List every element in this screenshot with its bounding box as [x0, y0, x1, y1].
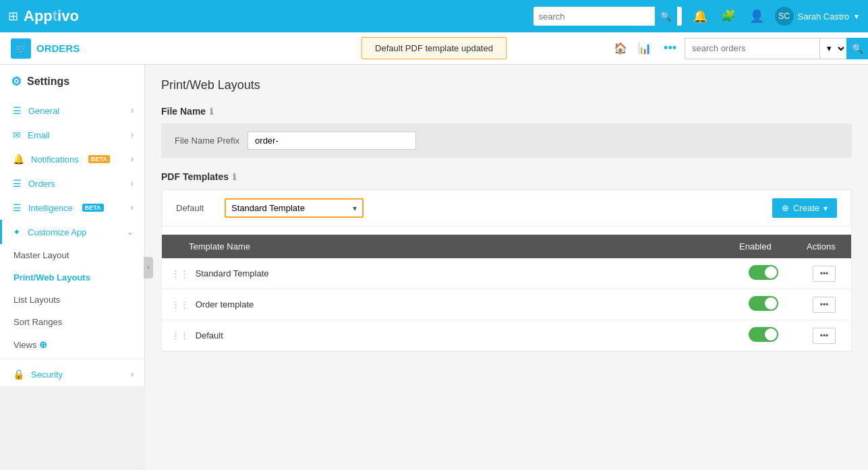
file-name-prefix-input[interactable] — [248, 131, 416, 150]
sidebar-item-orders-inner: ☰ Orders — [13, 178, 55, 189]
sidebar-item-general[interactable]: ☰ General › — [0, 98, 144, 123]
avatar: SC — [775, 7, 794, 26]
top-nav: ⊞ Apptivo 🔍 🔔 🧩 👤 SC Sarah Castro ▼ — [0, 0, 868, 32]
chart-icon-btn[interactable]: 📊 — [634, 38, 656, 59]
global-search-input[interactable] — [533, 8, 655, 25]
orders-box-icon: 🛒 — [16, 43, 27, 54]
template-enabled-cell — [730, 289, 797, 320]
sidebar-divider — [0, 359, 144, 359]
template-enabled-cell — [730, 320, 797, 351]
default-row: Default Standard Template Order template… — [162, 189, 851, 227]
toggle-switch[interactable] — [749, 327, 778, 342]
contacts-icon[interactable]: 🧩 — [718, 6, 739, 26]
sidebar-item-security[interactable]: 🔒 Security › — [0, 362, 144, 386]
sidebar-item-general-label: General — [28, 106, 59, 116]
notifications-beta-badge: BETA — [88, 155, 110, 163]
templates-table: Template Name Enabled Actions ⋮⋮ Standar… — [162, 235, 851, 351]
drag-handle-icon[interactable]: ⋮⋮ — [171, 268, 189, 278]
file-name-info-icon[interactable]: ℹ — [210, 107, 213, 117]
create-btn-label: Create — [793, 203, 819, 213]
orders-icon-box: 🛒 — [11, 38, 31, 59]
intelligence-beta-badge: BETA — [82, 204, 104, 212]
sidebar-wrapper: ⚙ Settings ☰ General › ✉ Email › — [0, 65, 145, 470]
sidebar-item-intelligence-label: Intelligence — [28, 203, 73, 213]
settings-header: ⚙ Settings — [0, 65, 144, 98]
more-options-btn[interactable]: ••• — [658, 38, 682, 58]
sidebar-item-email[interactable]: ✉ Email › — [0, 123, 144, 147]
home-icon-btn[interactable]: 🏠 — [610, 38, 631, 59]
pdf-templates-info-icon[interactable]: ℹ — [233, 172, 236, 182]
views-label: Views — [13, 340, 36, 350]
user-area[interactable]: SC Sarah Castro ▼ — [775, 7, 861, 26]
drag-handle-icon[interactable]: ⋮⋮ — [171, 299, 189, 310]
search-orders-btn[interactable]: 🔍 — [846, 38, 868, 59]
sidebar-item-customize-label: Customize App — [28, 227, 86, 237]
drag-handle-icon[interactable]: ⋮⋮ — [171, 330, 189, 341]
actions-menu-btn[interactable]: ••• — [813, 297, 836, 313]
customize-icon: ✦ — [13, 227, 21, 237]
general-icon: ☰ — [13, 105, 22, 116]
user-dropdown-icon[interactable]: ▼ — [853, 13, 860, 20]
sidebar-collapse-btn[interactable]: ‹ — [144, 257, 153, 278]
user-name: Sarah Castro — [798, 11, 850, 22]
intelligence-icon: ☰ — [13, 202, 22, 213]
notifications-icon: 🔔 — [13, 154, 24, 165]
col-name-label: Template Name — [189, 241, 250, 252]
sidebar-item-customize-inner: ✦ Customize App — [13, 227, 86, 237]
sidebar-item-general-inner: ☰ General — [13, 105, 59, 116]
sidebar-item-orders[interactable]: ☰ Orders › — [0, 171, 144, 196]
email-icon: ✉ — [13, 129, 21, 140]
notification-text: Default PDF template updated — [375, 43, 493, 53]
sidebar-item-views[interactable]: Views ⊕ — [0, 333, 144, 356]
search-orders-dropdown[interactable]: ▾ — [819, 38, 846, 59]
search-orders-input[interactable] — [685, 38, 819, 59]
col-actions: Actions — [797, 235, 851, 258]
template-name-cell: ⋮⋮ Standard Template — [162, 258, 730, 289]
orders-text: ORDERS — [36, 42, 80, 54]
settings-label: Settings — [27, 76, 69, 88]
pdf-templates-container: Default Standard Template Order template… — [161, 189, 852, 352]
orders-label: 🛒 ORDERS — [11, 38, 610, 59]
actions-menu-btn[interactable]: ••• — [813, 328, 836, 344]
user-icon[interactable]: 👤 — [747, 6, 767, 26]
create-btn[interactable]: ⊕ Create ▾ — [772, 198, 837, 218]
sidebar-item-intelligence[interactable]: ☰ Intelligence BETA › — [0, 196, 144, 220]
col-actions-label: Actions — [807, 241, 836, 252]
views-plus-icon[interactable]: ⊕ — [39, 339, 47, 350]
notifications-chevron: › — [131, 154, 134, 164]
file-name-title-text: File Name — [161, 106, 206, 117]
sidebar-item-master-layout[interactable]: Master Layout — [0, 244, 144, 266]
sidebar-item-list-layouts[interactable]: List Layouts — [0, 289, 144, 311]
file-name-section-title: File Name ℹ — [161, 106, 852, 117]
col-template-name: Template Name — [162, 235, 730, 258]
template-name-cell: ⋮⋮ Order template — [162, 289, 730, 320]
master-layout-label: Master Layout — [13, 250, 69, 260]
col-enabled: Enabled — [730, 235, 797, 258]
orders-sidebar-icon: ☰ — [13, 178, 22, 189]
template-enabled-cell — [730, 258, 797, 289]
sidebar-item-sort-ranges[interactable]: Sort Ranges — [0, 311, 144, 333]
sidebar: ⚙ Settings ☰ General › ✉ Email › — [0, 65, 145, 386]
actions-menu-btn[interactable]: ••• — [813, 266, 836, 282]
toggle-switch[interactable] — [749, 296, 778, 311]
file-name-prefix-label: File Name Prefix — [175, 136, 239, 146]
content-area: Print/Web Layouts File Name ℹ File Name … — [145, 65, 868, 470]
sidebar-item-intelligence-inner: ☰ Intelligence BETA — [13, 202, 104, 213]
template-name-text: Standard Template — [196, 268, 269, 278]
sidebar-item-notifications[interactable]: 🔔 Notifications BETA › — [0, 147, 144, 171]
apps-grid-icon[interactable]: ⊞ — [8, 9, 18, 24]
sidebar-item-customize-app[interactable]: ✦ Customize App ⌄ — [0, 220, 144, 244]
list-layouts-label: List Layouts — [13, 295, 60, 305]
template-actions-cell: ••• — [797, 320, 851, 351]
notification-banner: Default PDF template updated — [361, 37, 507, 59]
email-chevron: › — [131, 130, 134, 140]
toggle-switch[interactable] — [749, 265, 778, 280]
sidebar-item-print-web-layouts[interactable]: Print/Web Layouts — [0, 266, 144, 289]
default-select-wrapper: Standard Template Order template Default… — [225, 198, 364, 218]
notification-icon[interactable]: 🔔 — [690, 6, 710, 26]
table-row: ⋮⋮ Default ••• — [162, 320, 851, 351]
global-search-button[interactable]: 🔍 — [655, 7, 677, 26]
print-web-layouts-label: Print/Web Layouts — [13, 272, 90, 283]
logo-text: Apptivo — [24, 7, 79, 25]
default-select[interactable]: Standard Template Order template Default — [226, 200, 347, 216]
